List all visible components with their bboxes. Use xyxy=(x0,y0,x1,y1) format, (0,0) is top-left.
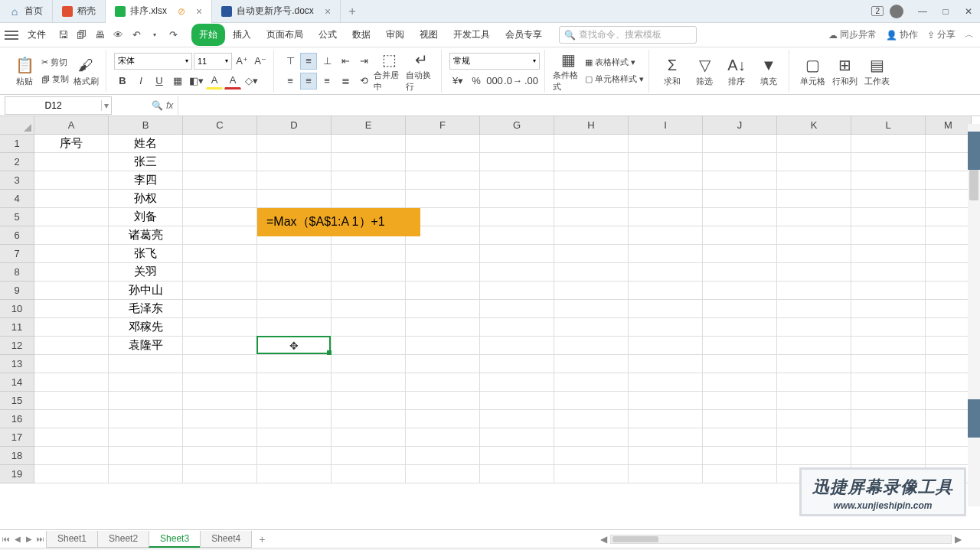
ribbon-tab-页面布局[interactable]: 页面布局 xyxy=(259,24,311,46)
cell-H7[interactable] xyxy=(554,245,629,263)
cells-area[interactable]: 序号姓名张三李四孙权刘备诸葛亮张飞关羽孙中山毛泽东邓稼先袁隆平✥=Max（$A$… xyxy=(34,135,980,529)
cell-J1[interactable] xyxy=(703,135,777,153)
cell-J2[interactable] xyxy=(703,153,777,171)
cell-M13[interactable] xyxy=(926,355,972,373)
cell-G9[interactable] xyxy=(480,282,554,300)
cell-E8[interactable] xyxy=(332,263,406,282)
new-tab-button[interactable]: + xyxy=(341,5,364,18)
sheet-last-icon[interactable]: ⏭ xyxy=(34,535,46,543)
cell-D4[interactable] xyxy=(257,190,332,208)
indent-left-icon[interactable]: ⇤ xyxy=(337,53,354,70)
cell-H12[interactable] xyxy=(554,337,629,355)
align-top-icon[interactable]: ⊤ xyxy=(282,53,299,70)
cell-C13[interactable] xyxy=(183,355,257,373)
col-header-I[interactable]: I xyxy=(629,116,703,135)
cell-I13[interactable] xyxy=(629,355,703,373)
side-panel-tab-2[interactable] xyxy=(968,399,980,438)
cell-F10[interactable] xyxy=(406,300,480,318)
fx-button[interactable]: 🔍fx xyxy=(147,100,178,111)
cell-K8[interactable] xyxy=(777,263,851,282)
cell-E3[interactable] xyxy=(332,171,406,190)
cell-A18[interactable] xyxy=(34,447,109,465)
cell-C15[interactable] xyxy=(183,392,257,410)
cell-C3[interactable] xyxy=(183,171,257,190)
cell-H1[interactable] xyxy=(554,135,629,153)
format-painter-button[interactable]: 🖌格式刷 xyxy=(70,50,101,93)
cell-I7[interactable] xyxy=(629,245,703,263)
cell-C6[interactable] xyxy=(183,226,257,245)
rowcol-button[interactable]: ⊞行和列 xyxy=(829,50,860,93)
align-justify-icon[interactable]: ≣ xyxy=(337,73,354,89)
cell-H19[interactable] xyxy=(554,465,629,483)
cell-L4[interactable] xyxy=(851,190,926,208)
cell-H10[interactable] xyxy=(554,300,629,318)
cell-M4[interactable] xyxy=(926,190,972,208)
cell-E11[interactable] xyxy=(332,318,406,337)
cell-M14[interactable] xyxy=(926,373,972,392)
cell-L7[interactable] xyxy=(851,245,926,263)
row-header-12[interactable]: 12 xyxy=(0,337,34,355)
indent-right-icon[interactable]: ⇥ xyxy=(355,53,372,70)
sheet-first-icon[interactable]: ⏮ xyxy=(0,535,11,543)
minimize-button[interactable]: — xyxy=(911,0,934,23)
row-header-2[interactable]: 2 xyxy=(0,153,34,171)
cell-F16[interactable] xyxy=(406,410,480,428)
doc-tab[interactable]: 排序.xlsx⊘× xyxy=(106,0,212,23)
cell-M17[interactable] xyxy=(926,428,972,447)
cell-D13[interactable] xyxy=(257,355,332,373)
col-header-C[interactable]: C xyxy=(183,116,257,135)
cell-E2[interactable] xyxy=(332,153,406,171)
cell-A13[interactable] xyxy=(34,355,109,373)
cell-B16[interactable] xyxy=(109,410,183,428)
cell-A14[interactable] xyxy=(34,373,109,392)
col-header-L[interactable]: L xyxy=(851,116,926,135)
cell-E12[interactable] xyxy=(332,337,406,355)
cell-A12[interactable] xyxy=(34,337,109,355)
cell-A17[interactable] xyxy=(34,428,109,447)
cell-H2[interactable] xyxy=(554,153,629,171)
hscroll-left-icon[interactable]: ◀ xyxy=(597,534,610,545)
cell-F4[interactable] xyxy=(406,190,480,208)
cell-C14[interactable] xyxy=(183,373,257,392)
cell-M2[interactable] xyxy=(926,153,972,171)
row-header-3[interactable]: 3 xyxy=(0,171,34,190)
grow-font-icon[interactable]: A⁺ xyxy=(234,53,250,70)
namebox-dropdown-icon[interactable]: ▾ xyxy=(101,100,111,111)
cell-G3[interactable] xyxy=(480,171,554,190)
sync-status[interactable]: ☁同步异常 xyxy=(828,28,877,41)
cell-L15[interactable] xyxy=(851,392,926,410)
col-header-J[interactable]: J xyxy=(703,116,777,135)
cell-B1[interactable]: 姓名 xyxy=(109,135,183,153)
align-center-icon[interactable]: ≡ xyxy=(300,73,317,89)
cell-A11[interactable] xyxy=(34,318,109,337)
cell-G17[interactable] xyxy=(480,428,554,447)
cell-D18[interactable] xyxy=(257,447,332,465)
cell-J16[interactable] xyxy=(703,410,777,428)
collab-button[interactable]: 👤协作 xyxy=(886,28,918,41)
cell-K13[interactable] xyxy=(777,355,851,373)
cell-L6[interactable] xyxy=(851,226,926,245)
notif-badge[interactable]: 2 xyxy=(871,6,884,16)
cell-G13[interactable] xyxy=(480,355,554,373)
cell-B19[interactable] xyxy=(109,465,183,483)
doc-tab[interactable]: 自动更新序号.docx× xyxy=(212,0,341,23)
fill-arrow-icon[interactable]: ◧▾ xyxy=(188,73,204,89)
cell-H14[interactable] xyxy=(554,373,629,392)
cell-G7[interactable] xyxy=(480,245,554,263)
cell-G5[interactable] xyxy=(480,208,554,226)
cell-J11[interactable] xyxy=(703,318,777,337)
col-header-K[interactable]: K xyxy=(777,116,851,135)
cell-H13[interactable] xyxy=(554,355,629,373)
cell-K1[interactable] xyxy=(777,135,851,153)
cell-E19[interactable] xyxy=(332,465,406,483)
cell-B11[interactable]: 邓稼先 xyxy=(109,318,183,337)
sheet-prev-icon[interactable]: ◀ xyxy=(11,535,23,543)
cell-E10[interactable] xyxy=(332,300,406,318)
cell-C10[interactable] xyxy=(183,300,257,318)
share-button[interactable]: ⇪分享 xyxy=(927,28,956,41)
cell-L19[interactable] xyxy=(851,465,926,483)
col-header-E[interactable]: E xyxy=(332,116,406,135)
ribbon-tab-会员专享[interactable]: 会员专享 xyxy=(498,24,550,46)
ribbon-tab-视图[interactable]: 视图 xyxy=(412,24,446,46)
cell-I12[interactable] xyxy=(629,337,703,355)
